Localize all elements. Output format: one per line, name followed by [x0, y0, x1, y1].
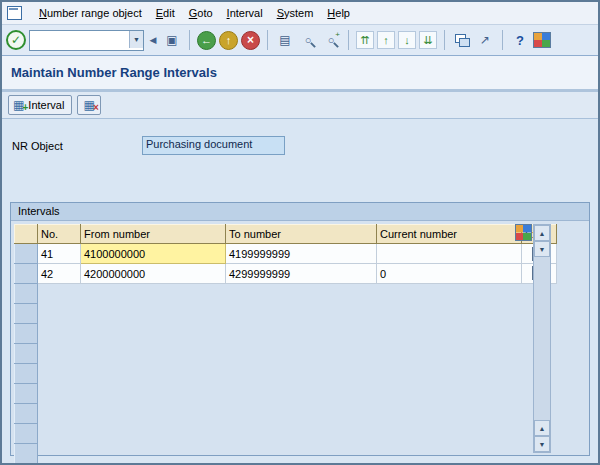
- back-icon[interactable]: ←: [197, 31, 216, 50]
- empty-cell: [38, 284, 557, 304]
- scrollbar-track[interactable]: [534, 257, 550, 420]
- empty-row: [15, 284, 557, 304]
- cell-from-number[interactable]: 4200000000: [81, 264, 226, 284]
- empty-row: [15, 444, 557, 464]
- title-bar: Maintain Number Range Intervals: [2, 56, 598, 92]
- screen-icon[interactable]: [7, 6, 22, 20]
- delete-interval-button[interactable]: ▦: [77, 95, 100, 115]
- cell-from-number[interactable]: 4100000000: [81, 244, 226, 264]
- row-selector[interactable]: [15, 384, 38, 404]
- last-page-icon[interactable]: ⇊: [419, 31, 437, 49]
- scroll-down-icon[interactable]: ▼: [534, 241, 550, 257]
- table-scrollbar[interactable]: ▲ ▼ ▲ ▼: [533, 224, 551, 453]
- column-header-current-number[interactable]: Current number: [377, 225, 522, 244]
- column-header-no[interactable]: No.: [38, 225, 81, 244]
- menu-number-range-object[interactable]: Number range object: [32, 5, 149, 21]
- create-shortcut-icon[interactable]: ↗: [475, 30, 495, 50]
- toolbar-separator: [348, 30, 349, 50]
- collapse-command-field-icon[interactable]: ◀: [147, 30, 159, 50]
- interval-row: 4141000000004199999999✓: [15, 244, 557, 264]
- empty-row: [15, 324, 557, 344]
- cell-no[interactable]: 41: [38, 244, 81, 264]
- menu-goto[interactable]: Goto: [182, 5, 220, 21]
- intervals-table: No. From number To number Current number…: [14, 224, 557, 464]
- toolbar-separator: [267, 30, 268, 50]
- empty-cell: [38, 384, 557, 404]
- menu-system[interactable]: System: [270, 5, 321, 21]
- toolbar-separator: [444, 30, 445, 50]
- intervals-panel-title: Intervals: [11, 203, 589, 221]
- table-header-row: No. From number To number Current number…: [15, 225, 557, 244]
- command-dropdown-icon[interactable]: ▼: [129, 31, 143, 48]
- menu-interval[interactable]: Interval: [220, 5, 270, 21]
- empty-row: [15, 344, 557, 364]
- cancel-icon[interactable]: ×: [241, 31, 260, 50]
- nr-object-field[interactable]: Purchasing document: [142, 136, 285, 155]
- cell-to-number[interactable]: 4199999999: [226, 244, 377, 264]
- empty-cell: [38, 424, 557, 444]
- column-header-from-number[interactable]: From number: [81, 225, 226, 244]
- row-selector[interactable]: [15, 264, 38, 284]
- empty-cell: [38, 404, 557, 424]
- empty-row: [15, 424, 557, 444]
- empty-cell: [38, 344, 557, 364]
- empty-cell: [38, 324, 557, 344]
- cell-current-number[interactable]: [377, 244, 522, 264]
- insert-interval-label: Interval: [28, 99, 64, 111]
- interval-row: 42420000000042999999990: [15, 264, 557, 284]
- table-settings-icon[interactable]: [515, 224, 532, 241]
- command-field: ▼: [29, 30, 144, 51]
- row-selector[interactable]: [15, 344, 38, 364]
- row-selector[interactable]: [15, 444, 38, 464]
- customize-layout-icon[interactable]: [533, 32, 551, 48]
- empty-row: [15, 404, 557, 424]
- row-selector[interactable]: [15, 364, 38, 384]
- enter-icon[interactable]: ✓: [6, 30, 26, 50]
- column-header-to-number[interactable]: To number: [226, 225, 377, 244]
- row-selector[interactable]: [15, 244, 38, 264]
- table-plus-icon: ▦: [13, 99, 24, 111]
- menu-help[interactable]: Help: [320, 5, 357, 21]
- row-selector[interactable]: [15, 304, 38, 324]
- cell-to-number[interactable]: 4299999999: [226, 264, 377, 284]
- row-selector[interactable]: [15, 284, 38, 304]
- empty-row: [15, 384, 557, 404]
- nr-object-label: NR Object: [12, 140, 63, 152]
- empty-row: [15, 364, 557, 384]
- row-selector[interactable]: [15, 324, 38, 344]
- help-icon[interactable]: ?: [510, 30, 530, 50]
- menu-bar: Number range object Edit Goto Interval S…: [2, 2, 598, 25]
- empty-cell: [38, 304, 557, 324]
- select-all-header[interactable]: [15, 225, 38, 244]
- scroll-up-icon[interactable]: ▲: [534, 225, 550, 241]
- empty-row: [15, 304, 557, 324]
- new-session-icon[interactable]: [452, 30, 472, 50]
- print-icon[interactable]: ▤: [275, 30, 295, 50]
- page-title: Maintain Number Range Intervals: [2, 56, 598, 89]
- sap-application-window: Number range object Edit Goto Interval S…: [0, 0, 600, 465]
- empty-cell: [38, 364, 557, 384]
- cell-no[interactable]: 42: [38, 264, 81, 284]
- scroll-up-bottom-icon[interactable]: ▲: [534, 420, 550, 436]
- toolbar-separator: [189, 30, 190, 50]
- previous-page-icon[interactable]: ↑: [377, 31, 395, 49]
- table-delete-icon: ▦: [83, 99, 94, 111]
- command-input[interactable]: [30, 31, 129, 48]
- next-page-icon[interactable]: ↓: [398, 31, 416, 49]
- first-page-icon[interactable]: ⇈: [356, 31, 374, 49]
- intervals-panel: Intervals No. From number To number Curr…: [10, 202, 590, 456]
- insert-interval-button[interactable]: ▦ Interval: [8, 95, 72, 115]
- save-icon[interactable]: ▣: [162, 30, 182, 50]
- cell-current-number[interactable]: 0: [377, 264, 522, 284]
- row-selector[interactable]: [15, 424, 38, 444]
- row-selector[interactable]: [15, 404, 38, 424]
- scroll-down-bottom-icon[interactable]: ▼: [534, 436, 550, 452]
- exit-icon[interactable]: ↑: [219, 31, 238, 50]
- standard-toolbar: ✓ ▼ ◀ ▣ ← ↑ × ▤ ○ ○ ⇈ ↑ ↓ ⇊ ↗ ?: [2, 25, 598, 56]
- menu-edit[interactable]: Edit: [149, 5, 182, 21]
- empty-cell: [38, 444, 557, 464]
- application-toolbar: ▦ Interval ▦: [2, 92, 598, 119]
- toolbar-separator: [502, 30, 503, 50]
- find-next-icon[interactable]: ○: [321, 30, 341, 50]
- find-icon[interactable]: ○: [298, 30, 318, 50]
